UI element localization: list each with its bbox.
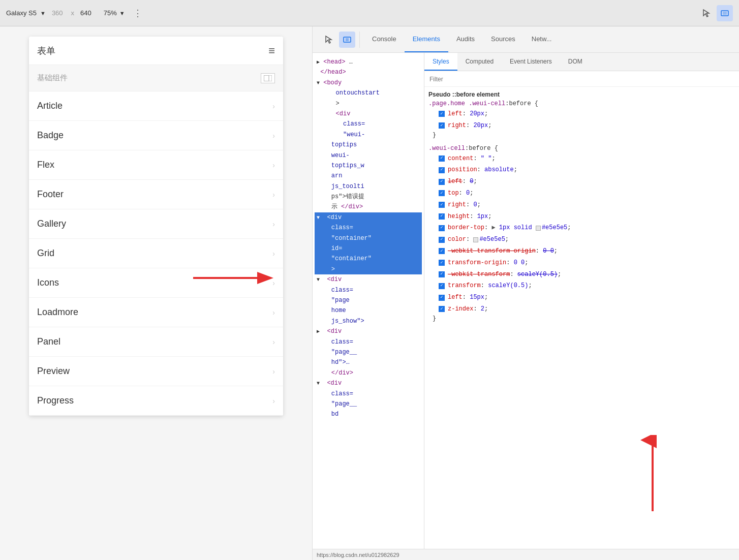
phone-frame: 表单 ≡ 基础组件 Article › Badge — [29, 37, 283, 416]
styles-filter — [424, 71, 739, 87]
list-item-grid[interactable]: Grid › — [29, 239, 283, 268]
list-item-article[interactable]: Article › — [29, 91, 283, 121]
hamburger-icon[interactable]: ≡ — [268, 44, 275, 57]
zoom-value: 75% — [104, 9, 117, 17]
styles-filter-input[interactable] — [429, 76, 734, 83]
html-line: class= — [315, 285, 422, 295]
list-item-loadmore[interactable]: Loadmore › — [29, 298, 283, 327]
height-value: 640 — [80, 9, 91, 17]
device-mode-icon — [343, 35, 352, 44]
devtools-body: ▶ <head> … </head> ▼ <body ontouchstart — [313, 53, 739, 549]
device-mode-button[interactable] — [339, 32, 355, 48]
list-item-footer[interactable]: Footer › — [29, 180, 283, 209]
section-layout-icon[interactable] — [261, 73, 275, 83]
css-checkbox[interactable] — [439, 295, 445, 301]
css-prop-line: transform : scaleY(0.5) ; — [428, 280, 735, 292]
device-name: Galaxy S5 — [6, 9, 37, 17]
chevron-right-icon: › — [272, 367, 275, 376]
zoom-dropdown-icon[interactable]: ▼ — [119, 10, 125, 16]
chevron-right-icon: › — [272, 279, 275, 287]
main-area: 表单 ≡ 基础组件 Article › Badge — [0, 26, 739, 560]
css-prop-line: -webkit-transform-origin : 0 0 ; — [428, 245, 735, 257]
device-selector[interactable]: Galaxy S5 ▼ — [6, 9, 46, 17]
toolbar-right — [698, 5, 733, 21]
list-item-preview[interactable]: Preview › — [29, 357, 283, 386]
html-line: </head> — [315, 67, 422, 77]
phone-header: 表单 ≡ — [29, 37, 283, 65]
dimension-divider: 360 — [52, 9, 63, 17]
styles-panel: Styles Computed Event Listeners DOM Pseu… — [424, 53, 739, 549]
css-prop-line: left : 0 ; — [428, 176, 735, 188]
css-checkbox[interactable] — [439, 179, 445, 185]
css-checkbox[interactable] — [439, 225, 445, 231]
css-checkbox[interactable] — [439, 283, 445, 289]
styles-content: Pseudo ::before element .page.home .weui… — [424, 87, 739, 549]
top-toolbar: Galaxy S5 ▼ 360 x 640 75% ▼ ⋮ — [0, 0, 739, 26]
tab-network[interactable]: Netw... — [524, 26, 560, 52]
css-checkbox[interactable] — [439, 122, 445, 129]
css-checkbox[interactable] — [439, 306, 445, 312]
css-checkbox[interactable] — [439, 248, 445, 254]
device-toggle-icon — [720, 9, 729, 18]
svg-rect-4 — [264, 75, 269, 81]
tab-sources[interactable]: Sources — [483, 26, 524, 52]
color-swatch — [473, 237, 478, 242]
tab-computed[interactable]: Computed — [457, 53, 502, 71]
css-checkbox[interactable] — [439, 237, 445, 243]
list-item-badge[interactable]: Badge › — [29, 121, 283, 150]
inspect-element-button[interactable] — [321, 32, 337, 48]
css-rule-block-2: .weui-cell:before { content : " " ; — [428, 145, 735, 322]
html-panel[interactable]: ▶ <head> … </head> ▼ <body ontouchstart — [313, 53, 424, 549]
svg-rect-2 — [723, 12, 727, 15]
tab-console[interactable]: Console — [364, 26, 405, 52]
svg-rect-9 — [346, 38, 349, 41]
x-label: x — [71, 9, 75, 17]
tab-audits[interactable]: Audits — [448, 26, 483, 52]
html-line: js_show"> — [315, 316, 422, 326]
zoom-selector[interactable]: 75% ▼ — [104, 9, 125, 17]
html-line-selected: class= — [315, 223, 422, 233]
section-header: 基础组件 — [29, 65, 283, 91]
color-swatch — [536, 226, 541, 231]
css-prop-line: left : 15px ; — [428, 292, 735, 303]
more-options-icon[interactable]: ⋮ — [133, 8, 142, 19]
css-checkbox[interactable] — [439, 213, 445, 220]
tab-event-listeners[interactable]: Event Listeners — [502, 53, 560, 71]
list-item-icons[interactable]: Icons › — [29, 268, 283, 298]
css-prop-line: position : absolute ; — [428, 164, 735, 176]
css-checkbox[interactable] — [439, 155, 445, 162]
html-line: weui- — [315, 150, 422, 161]
html-line: arn — [315, 171, 422, 181]
chevron-right-icon: › — [272, 220, 275, 228]
chevron-right-icon: › — [272, 132, 275, 140]
list-item-flex[interactable]: Flex › — [29, 150, 283, 180]
html-line: "page__ — [315, 347, 422, 357]
chevron-right-icon: › — [272, 102, 275, 110]
device-dropdown-icon[interactable]: ▼ — [40, 10, 46, 16]
tab-styles[interactable]: Styles — [424, 53, 457, 71]
css-prop-line: transform-origin : 0 0 ; — [428, 257, 735, 269]
device-toggle-button[interactable] — [717, 5, 733, 21]
chevron-right-icon: › — [272, 308, 275, 317]
list-item-progress[interactable]: Progress › — [29, 386, 283, 416]
tab-dom[interactable]: DOM — [560, 53, 591, 71]
html-line-selected: "container" — [315, 254, 422, 264]
list-item-gallery[interactable]: Gallery › — [29, 209, 283, 239]
css-checkbox[interactable] — [439, 271, 445, 277]
html-line: bd — [315, 409, 422, 419]
cursor-tool-button[interactable] — [698, 5, 715, 21]
tab-elements[interactable]: Elements — [405, 26, 448, 52]
html-line: ▼ <div — [315, 274, 422, 285]
html-line: ▼ <body — [315, 78, 422, 88]
css-prop-line: right : 20px ; — [428, 120, 735, 132]
css-checkbox[interactable] — [439, 111, 445, 117]
html-line: ▶ <div — [315, 326, 422, 336]
html-line: hd">… — [315, 357, 422, 367]
css-checkbox[interactable] — [439, 167, 445, 173]
css-prop-line: border-top : ▶ 1px solid #e5e5e5 ; — [428, 222, 735, 234]
css-checkbox[interactable] — [439, 260, 445, 266]
css-checkbox[interactable] — [439, 190, 445, 196]
css-checkbox[interactable] — [439, 202, 445, 208]
html-line-selected: > — [315, 264, 422, 274]
list-item-panel[interactable]: Panel › — [29, 327, 283, 357]
